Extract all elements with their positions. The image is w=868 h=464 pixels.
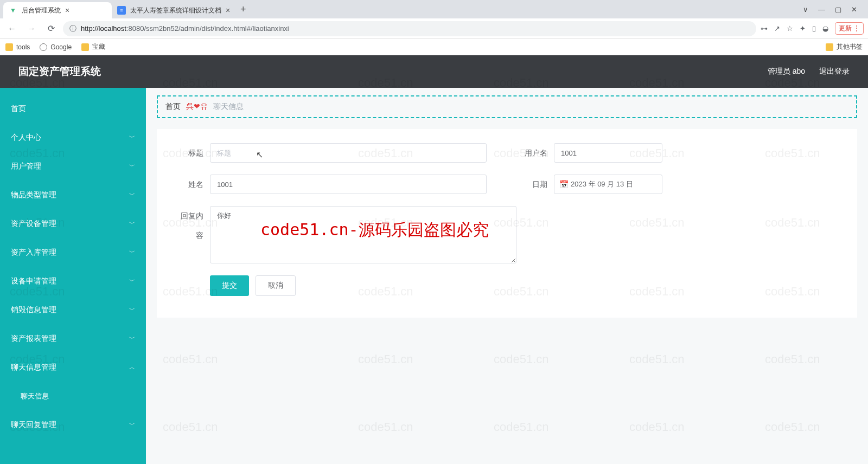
address-bar: ← → ⟳ ⓘ http://localhost:8080/ssm2bn52/a… xyxy=(0,18,868,39)
label-reply: 回复内容 xyxy=(175,206,210,245)
sidebar-item-label: 资产入库管理 xyxy=(11,248,56,257)
key-icon[interactable]: ⊶ xyxy=(761,24,768,33)
new-tab-button[interactable]: + xyxy=(235,2,251,17)
window-close-icon[interactable]: ✕ xyxy=(851,5,857,14)
update-button[interactable]: 更新 ⋮ xyxy=(835,22,864,35)
share-icon[interactable]: ↗ xyxy=(774,24,780,33)
minimize-icon[interactable]: — xyxy=(818,5,825,14)
breadcrumb: 首页 呉❤유 聊天信息 xyxy=(157,95,857,118)
sidebar-item-label: 个人中心 xyxy=(11,133,41,143)
sidebar-item-label: 销毁信息管理 xyxy=(11,305,56,315)
chevron-down-icon: ﹀ xyxy=(129,248,135,256)
textarea-reply[interactable] xyxy=(210,206,516,263)
input-title[interactable] xyxy=(210,143,487,163)
globe-icon xyxy=(40,43,47,51)
sidebar-item-6[interactable]: 设备申请管理﹀ xyxy=(0,267,146,295)
label-title: 标题 xyxy=(175,143,210,163)
chevron-down-icon: ﹀ xyxy=(129,306,135,314)
chevron-down-icon: ﹀ xyxy=(129,133,135,141)
field-title: 标题 xyxy=(175,143,487,163)
sidebar-item-label: 资产报表管理 xyxy=(11,334,56,344)
app-body: 首页个人中心﹀用户管理﹀物品类型管理﹀资产设备管理﹀资产入库管理﹀设备申请管理﹀… xyxy=(0,88,868,464)
tab-strip: ▼ 后台管理系统 × ≡ 太平人寿签章系统详细设计文档 × + ∨ — ▢ ✕ xyxy=(0,0,868,18)
label-name: 姓名 xyxy=(175,175,210,194)
bookmark-other[interactable]: 其他书签 xyxy=(826,42,863,51)
star-icon[interactable]: ☆ xyxy=(787,24,793,33)
back-button[interactable]: ← xyxy=(4,21,20,36)
chevron-down-icon: ﹀ xyxy=(129,191,135,199)
sidebar-item-label: 首页 xyxy=(11,104,26,114)
sidebar-item-11[interactable]: 聊天回复管理﹀ xyxy=(0,410,146,439)
form-card: 标题 用户名 姓名 日期 📅 xyxy=(157,129,857,318)
forward-button[interactable]: → xyxy=(24,21,39,36)
browser-tab-active[interactable]: ▼ 后台管理系统 × xyxy=(3,2,112,18)
app-header: 固定资产管理系统 管理员 abo 退出登录 xyxy=(0,55,868,88)
field-name: 姓名 xyxy=(175,175,487,194)
sidebar-item-label: 聊天回复管理 xyxy=(11,420,56,430)
field-date: 日期 📅 xyxy=(519,175,662,194)
url-text: http://localhost:8080/ssm2bn52/admin/dis… xyxy=(81,24,289,33)
profile-icon[interactable]: ◒ xyxy=(822,24,828,33)
sidebar-item-0[interactable]: 首页 xyxy=(0,94,146,123)
browser-tab[interactable]: ≡ 太平人寿签章系统详细设计文档 × xyxy=(112,2,235,18)
extension-icon[interactable]: ✦ xyxy=(800,24,806,33)
sidebar-item-3[interactable]: 物品类型管理﹀ xyxy=(0,181,146,209)
logout-link[interactable]: 退出登录 xyxy=(819,67,850,76)
field-username: 用户名 xyxy=(519,143,662,163)
label-username: 用户名 xyxy=(519,143,554,163)
field-reply: 回复内容 xyxy=(175,206,516,263)
sidebar-item-label: 物品类型管理 xyxy=(11,190,56,200)
chevron-down-icon: ﹀ xyxy=(129,421,135,429)
chevron-down-icon: ﹀ xyxy=(129,162,135,170)
browser-chrome: ▼ 后台管理系统 × ≡ 太平人寿签章系统详细设计文档 × + ∨ — ▢ ✕ … xyxy=(0,0,868,55)
close-icon[interactable]: × xyxy=(65,6,69,15)
sidebar-item-1[interactable]: 个人中心﹀ xyxy=(0,123,146,152)
bookmark-tools[interactable]: tools xyxy=(5,43,30,51)
admin-label[interactable]: 管理员 abo xyxy=(768,67,805,76)
close-icon[interactable]: × xyxy=(226,6,230,15)
breadcrumb-home[interactable]: 首页 xyxy=(165,102,181,111)
folder-icon xyxy=(81,43,89,51)
sidebar-item-5[interactable]: 资产入库管理﹀ xyxy=(0,238,146,267)
sidebar-item-4[interactable]: 资产设备管理﹀ xyxy=(0,209,146,238)
breadcrumb-heart: 呉❤유 xyxy=(186,102,208,111)
chevron-down-icon: ﹀ xyxy=(129,334,135,343)
window-controls: ∨ — ▢ ✕ xyxy=(803,5,865,14)
bookmark-google[interactable]: Google xyxy=(40,43,72,51)
info-icon[interactable]: ⓘ xyxy=(69,24,76,34)
sidebar-item-9[interactable]: 聊天信息管理︿ xyxy=(0,353,146,382)
sidebar-item-label: 资产设备管理 xyxy=(11,219,56,229)
sidebar-item-10[interactable]: 聊天信息 xyxy=(0,382,146,410)
sidebar-item-8[interactable]: 资产报表管理﹀ xyxy=(0,324,146,353)
sidebar-item-label: 设备申请管理 xyxy=(11,276,56,286)
window-dropdown-icon[interactable]: ∨ xyxy=(803,5,808,14)
docs-favicon-icon: ≡ xyxy=(117,6,126,15)
sidebar: 首页个人中心﹀用户管理﹀物品类型管理﹀资产设备管理﹀资产入库管理﹀设备申请管理﹀… xyxy=(0,88,146,464)
tab-title: 后台管理系统 xyxy=(22,6,61,15)
reader-icon[interactable]: ▯ xyxy=(812,24,816,33)
main-content: 首页 呉❤유 聊天信息 标题 用户名 姓名 xyxy=(146,88,868,464)
input-name[interactable] xyxy=(210,175,487,194)
folder-icon xyxy=(826,43,833,51)
chevron-up-icon: ︿ xyxy=(129,363,135,371)
input-username[interactable] xyxy=(554,143,662,163)
chevron-down-icon: ﹀ xyxy=(129,277,135,285)
sidebar-item-label: 聊天信息管理 xyxy=(11,363,56,372)
reload-button[interactable]: ⟳ xyxy=(43,21,59,36)
bookmarks-bar: tools Google 宝藏 其他书签 xyxy=(0,39,868,55)
bookmark-baozang[interactable]: 宝藏 xyxy=(81,42,105,51)
sidebar-item-label: 聊天信息 xyxy=(21,391,49,401)
sidebar-item-label: 用户管理 xyxy=(11,162,41,171)
calendar-icon: 📅 xyxy=(559,180,569,189)
tab-title: 太平人寿签章系统详细设计文档 xyxy=(130,6,221,15)
url-input[interactable]: ⓘ http://localhost:8080/ssm2bn52/admin/d… xyxy=(63,21,756,36)
input-date[interactable] xyxy=(554,175,662,194)
submit-button[interactable]: 提交 xyxy=(210,275,249,296)
sidebar-item-7[interactable]: 销毁信息管理﹀ xyxy=(0,295,146,324)
sidebar-item-2[interactable]: 用户管理﹀ xyxy=(0,152,146,181)
folder-icon xyxy=(5,43,13,51)
label-date: 日期 xyxy=(519,175,554,194)
maximize-icon[interactable]: ▢ xyxy=(835,5,841,14)
breadcrumb-current: 聊天信息 xyxy=(213,102,244,111)
cancel-button[interactable]: 取消 xyxy=(256,275,296,296)
